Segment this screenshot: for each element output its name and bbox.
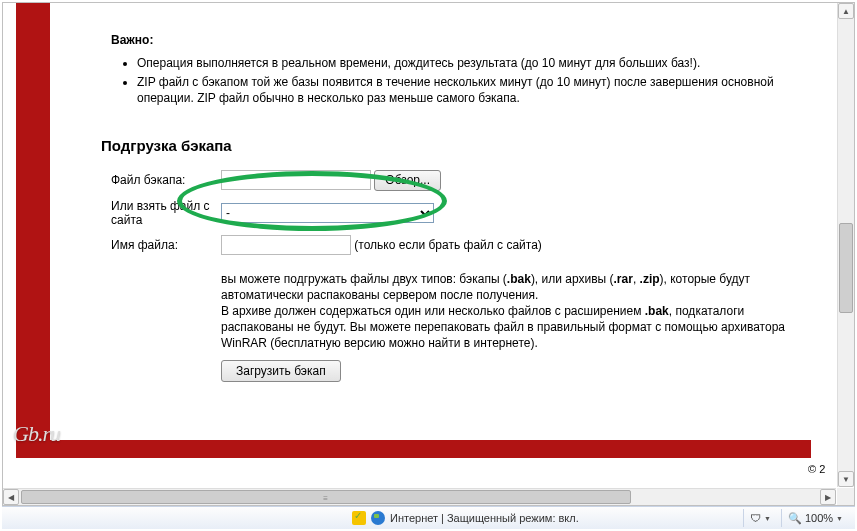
scroll-right-arrow-icon[interactable]: ▶ <box>820 489 836 505</box>
row-file: Файл бэкапа: Обзор... <box>111 166 807 195</box>
status-segment[interactable]: 🛡 ▼ <box>743 509 777 527</box>
notes-list: Операция выполняется в реальном времени,… <box>137 55 811 107</box>
cell-from-site-controls: - <box>221 195 807 231</box>
status-left: Интернет | Защищенный режим: вкл. <box>2 511 743 525</box>
globe-icon <box>371 511 385 525</box>
row-from-site: Или взять файл с сайта - <box>111 195 807 231</box>
label-file: Файл бэкапа: <box>111 166 221 195</box>
filename-hint: (только если брать файл с сайта) <box>354 238 542 252</box>
label-from-site: Или взять файл с сайта <box>111 195 221 231</box>
scroll-down-arrow-icon[interactable]: ▼ <box>838 471 854 487</box>
filename-input[interactable] <box>221 235 351 255</box>
copyright-text: © 2 <box>808 463 825 475</box>
page: Gb.ru Важно: Операция выполняется в реал… <box>3 3 828 473</box>
row-filename: Имя файла: (только если брать файл с сай… <box>111 231 807 259</box>
cell-filename-controls: (только если брать файл с сайта) <box>221 231 807 259</box>
vertical-scroll-thumb[interactable] <box>839 223 853 313</box>
row-description: вы можете подгружать файлы двух типов: б… <box>111 259 807 386</box>
scrollbar-corner <box>837 488 854 505</box>
backup-file-input[interactable] <box>221 170 371 190</box>
scroll-left-arrow-icon[interactable]: ◀ <box>3 489 19 505</box>
chevron-down-icon: ▼ <box>764 515 771 522</box>
left-red-sidebar <box>16 3 50 458</box>
upload-description: вы можете подгружать файлы двух типов: б… <box>221 271 801 352</box>
bottom-red-bar <box>16 440 811 458</box>
important-heading: Важно: <box>111 33 811 47</box>
scroll-up-arrow-icon[interactable]: ▲ <box>838 3 854 19</box>
chevron-down-icon: ▼ <box>836 515 843 522</box>
vertical-scrollbar[interactable]: ▲ ▼ <box>837 3 854 487</box>
shield-icon <box>352 511 366 525</box>
browser-viewport: Gb.ru Важно: Операция выполняется в реал… <box>2 2 855 506</box>
scroll-grip-icon: ≡ <box>323 494 329 503</box>
status-right: 🛡 ▼ 🔍 100% ▼ <box>743 509 855 527</box>
zoom-level-text: 100% <box>805 512 833 524</box>
horizontal-scroll-thumb[interactable]: ≡ <box>21 490 631 504</box>
browse-button[interactable]: Обзор... <box>374 170 441 191</box>
page-content: Gb.ru Важно: Операция выполняется в реал… <box>3 3 836 487</box>
upload-backup-button[interactable]: Загрузить бэкап <box>221 360 341 382</box>
main-column: Важно: Операция выполняется в реальном в… <box>111 3 811 386</box>
security-zone-text: Интернет | Защищенный режим: вкл. <box>390 512 579 524</box>
list-item: Операция выполняется в реальном времени,… <box>137 55 811 71</box>
site-file-select[interactable]: - <box>221 203 434 223</box>
zoom-segment[interactable]: 🔍 100% ▼ <box>781 509 849 527</box>
horizontal-scrollbar[interactable]: ◀ ≡ ▶ <box>3 488 836 505</box>
protected-mode-icon: 🛡 <box>750 512 761 524</box>
list-item: ZIP файл с бэкапом той же базы появится … <box>137 74 811 106</box>
label-filename: Имя файла: <box>111 231 221 259</box>
cell-file-controls: Обзор... <box>221 166 807 195</box>
zoom-icon: 🔍 <box>788 512 802 525</box>
browser-statusbar: Интернет | Защищенный режим: вкл. 🛡 ▼ 🔍 … <box>2 506 855 529</box>
site-logo: Gb.ru <box>13 421 60 447</box>
section-upload-backup-title: Подгрузка бэкапа <box>101 137 811 154</box>
upload-form: Файл бэкапа: Обзор... Или взять файл с с… <box>111 166 807 386</box>
